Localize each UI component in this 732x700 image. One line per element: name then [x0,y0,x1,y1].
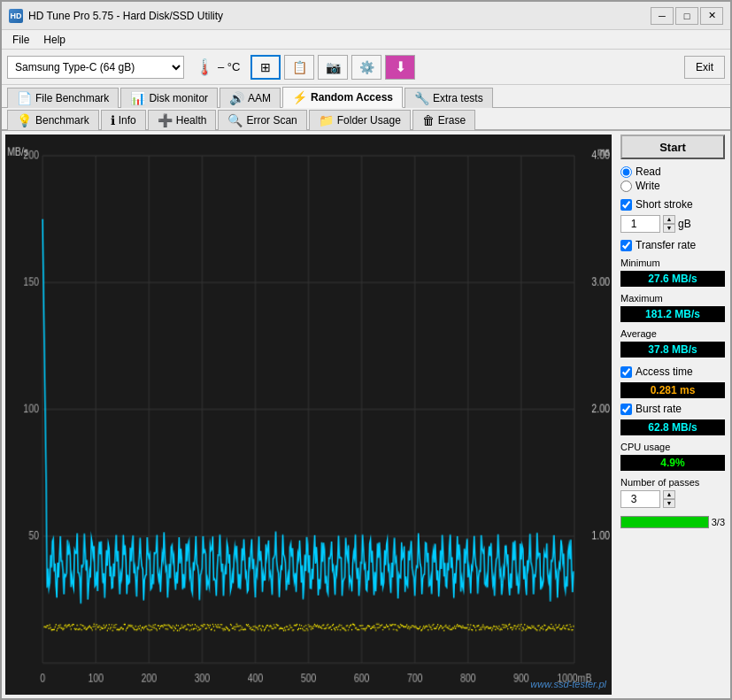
read-label: Read [636,165,661,178]
maximum-label: Maximum [620,293,725,304]
tab-info-label: Info [119,114,136,127]
gb-spinbox[interactable] [620,215,660,233]
transfer-rate-checkbox-item[interactable]: Transfer rate [620,239,725,251]
exit-button[interactable]: Exit [684,56,725,79]
gb-spinbox-row: ▲ ▼ gB [620,215,725,233]
tab-random-access-label: Random Access [311,91,393,104]
short-stroke-checkbox-item[interactable]: Short stroke [620,198,725,211]
tab-extra-tests-label: Extra tests [433,92,483,104]
short-stroke-checkbox[interactable] [620,199,632,211]
chart-canvas [5,135,612,695]
burst-rate-checkbox[interactable] [620,404,632,415]
write-radio-item[interactable]: Write [620,180,725,192]
window-title: HD Tune Pro 5.75 - Hard Disk/SSD Utility [28,10,651,22]
cpu-usage-label: CPU usage [620,442,725,452]
gb-spin-up[interactable]: ▲ [663,215,675,224]
minimum-value: 27.6 MB/s [620,271,725,287]
main-window: HD HD Tune Pro 5.75 - Hard Disk/SSD Util… [0,0,732,700]
tab-disk-monitor-label: Disk monitor [149,92,208,104]
tab-aam[interactable]: 🔊 AAM [220,88,281,108]
folder-usage-icon: 📁 [319,113,334,127]
tab-folder-usage-label: Folder Usage [337,114,401,127]
gb-unit: gB [678,218,691,230]
passes-spin-up[interactable]: ▲ [663,490,675,499]
tab-disk-monitor[interactable]: 📊 Disk monitor [120,88,218,108]
start-button[interactable]: Start [620,135,725,159]
toolbar-btn-layout[interactable]: ⊞ [250,55,281,80]
gb-spin-down[interactable]: ▼ [663,224,675,233]
tab-file-benchmark[interactable]: 📄 File Benchmark [7,88,119,108]
toolbar-btn-camera[interactable]: 📷 [318,55,348,80]
erase-icon: 🗑 [422,113,435,127]
app-icon: HD [9,9,23,23]
tab-info[interactable]: ℹ Info [101,110,146,130]
mode-radio-group: Read Write [620,165,725,192]
transfer-rate-label: Transfer rate [636,239,696,251]
short-stroke-label: Short stroke [636,198,693,211]
progress-text: 3/3 [712,517,725,527]
title-bar-buttons: ─ □ ✕ [651,7,723,25]
temperature-display: 🌡️ – °C [195,58,240,77]
minimum-label: Minimum [620,258,725,268]
toolbar-btn-copy[interactable]: 📋 [284,55,314,80]
average-value: 37.8 MB/s [620,342,725,358]
access-time-checkbox[interactable] [620,366,632,378]
tab-file-benchmark-label: File Benchmark [35,92,109,104]
tab-error-scan[interactable]: 🔍 Error Scan [218,110,306,130]
gb-spin-buttons: ▲ ▼ [663,215,675,233]
disk-monitor-icon: 📊 [130,91,145,105]
tab-health-label: Health [176,114,207,127]
chart-container: www.ssd-tester.pl [5,135,612,695]
drive-select[interactable]: Samsung Type-C (64 gB) [7,56,184,79]
burst-rate-label: Burst rate [636,403,682,415]
file-benchmark-icon: 📄 [17,91,32,105]
extra-tests-icon: 🔧 [414,91,429,105]
cpu-usage-value: 4.9% [620,455,725,471]
tab-error-scan-label: Error Scan [246,114,297,127]
read-radio-item[interactable]: Read [620,165,725,178]
write-label: Write [636,180,660,192]
menu-bar: File Help [2,30,730,50]
tab-erase[interactable]: 🗑 Erase [412,110,475,130]
read-radio[interactable] [620,166,632,178]
minimize-button[interactable]: ─ [651,7,674,25]
menu-file[interactable]: File [5,32,36,48]
tab-benchmark[interactable]: 💡 Benchmark [7,110,99,130]
passes-spin-buttons: ▲ ▼ [663,490,675,508]
access-time-value: 0.281 ms [620,382,725,398]
aam-icon: 🔊 [229,91,244,105]
passes-spin-down[interactable]: ▼ [663,499,675,508]
toolbar: Samsung Type-C (64 gB) 🌡️ – °C ⊞ 📋 📷 ⚙️ … [2,50,730,85]
tab-random-access[interactable]: ⚡ Random Access [282,87,403,108]
tabs-row2: 💡 Benchmark ℹ Info ➕ Health 🔍 Error Scan… [2,108,730,131]
info-icon: ℹ [111,113,115,127]
error-scan-icon: 🔍 [227,113,243,127]
maximize-button[interactable]: □ [675,7,698,25]
passes-spinbox-row: ▲ ▼ [620,490,725,508]
burst-rate-checkbox-item[interactable]: Burst rate [620,403,725,415]
benchmark-icon: 💡 [17,113,32,127]
title-bar: HD HD Tune Pro 5.75 - Hard Disk/SSD Util… [2,2,730,30]
toolbar-btn-download[interactable]: ⬇ [385,55,415,80]
progress-bar [620,516,709,528]
passes-spinbox[interactable] [620,490,660,508]
toolbar-btn-settings[interactable]: ⚙️ [351,55,381,80]
main-content: www.ssd-tester.pl Start Read Write Short… [2,131,730,698]
tab-folder-usage[interactable]: 📁 Folder Usage [309,110,411,130]
tab-health[interactable]: ➕ Health [148,110,217,130]
transfer-rate-checkbox[interactable] [620,240,632,251]
average-label: Average [620,328,725,339]
write-radio[interactable] [620,181,632,192]
access-time-checkbox-item[interactable]: Access time [620,365,725,378]
menu-help[interactable]: Help [36,32,73,48]
tab-extra-tests[interactable]: 🔧 Extra tests [405,88,493,108]
health-icon: ➕ [158,113,173,127]
tab-erase-label: Erase [438,114,466,127]
burst-rate-value: 62.8 MB/s [620,419,725,435]
watermark: www.ssd-tester.pl [530,679,606,689]
temp-value: – °C [218,60,240,73]
tab-aam-label: AAM [248,92,271,104]
close-button[interactable]: ✕ [700,7,723,25]
progress-bar-row: 3/3 [620,516,725,528]
progress-fill [621,517,708,527]
